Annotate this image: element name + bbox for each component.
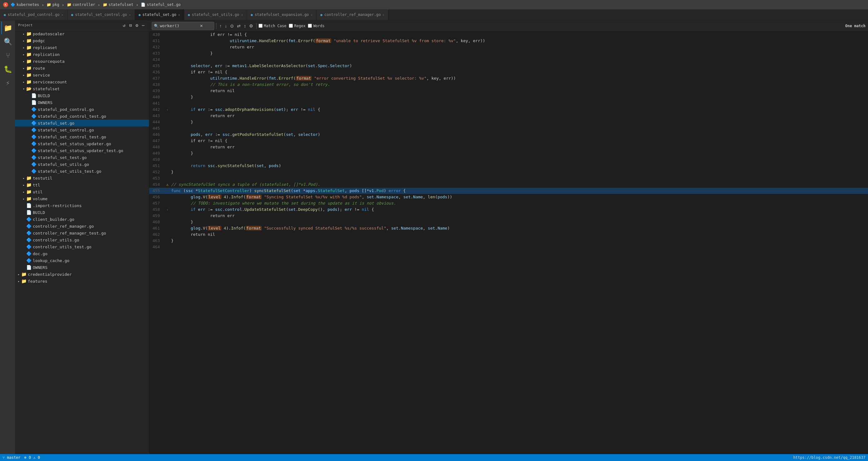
tree-item-stateful_set_status_updater_test_go[interactable]: 🔷 stateful_set_status_updater_test.go <box>15 147 149 154</box>
tree-arrow: ▸ <box>21 66 26 70</box>
fold-button[interactable]: ⚠ <box>165 181 170 188</box>
tree-item-doc_go[interactable]: 🔷 doc.go <box>15 250 149 257</box>
search-prev-button[interactable]: ↑ <box>218 23 223 29</box>
tree-item-testutil[interactable]: ▸ 📁 testutil <box>15 175 149 181</box>
fold-button[interactable]: › <box>165 207 170 213</box>
tree-item-stateful_set_test_go[interactable]: 🔷 stateful_set_test.go <box>15 154 149 161</box>
tab-stateful_set[interactable]: ●stateful_set.go✕ <box>135 9 184 20</box>
code-line-445: 445 <box>149 125 868 131</box>
tree-item-util[interactable]: ▸ 📁 util <box>15 188 149 195</box>
item-name: .import-restrictions <box>33 203 82 208</box>
tree-item-OWNERS2[interactable]: 📄 OWNERS <box>15 264 149 271</box>
tree-item-resourcequota[interactable]: ▸ 📁 resourcequota <box>15 58 149 65</box>
code-content: func (ssc *StatefulSetController) syncSt… <box>170 188 868 194</box>
search-input[interactable] <box>160 24 197 28</box>
tree-item-BUILD[interactable]: 📄 BUILD <box>15 92 149 99</box>
line-number: 434 <box>149 57 165 63</box>
sidebar-settings-icon[interactable]: ⚙ <box>134 22 139 28</box>
code-lines: 430 if err != nil {431 utilruntime.Handl… <box>149 32 868 454</box>
tab-stateful_pod_control[interactable]: ●stateful_pod_control.go✕ <box>0 9 67 20</box>
tab-close-icon[interactable]: ✕ <box>241 13 243 17</box>
tree-item-client_builder_go[interactable]: 🔷 client_builder.go <box>15 216 149 223</box>
tab-stateful_set_control[interactable]: ●stateful_set_control.go✕ <box>67 9 135 20</box>
tab-statefulset_expansion[interactable]: ●statefulset_expansion.go✕ <box>247 9 317 20</box>
tree-item-statefulset[interactable]: ▾ 📂 statefulset <box>15 85 149 92</box>
activity-debug[interactable]: 🐛 <box>1 63 14 75</box>
breadcrumb-controller[interactable]: 📁 controller <box>67 2 95 7</box>
item-name: controller_ref_manager_test.go <box>33 231 106 236</box>
words-option[interactable]: Words <box>308 24 324 28</box>
tree-item-volume[interactable]: ▸ 📁 volume <box>15 195 149 202</box>
activity-search[interactable]: 🔍 <box>1 35 14 48</box>
tree-item-serviceaccount[interactable]: ▸ 📁 serviceaccount <box>15 79 149 85</box>
breadcrumb-file[interactable]: 📄 stateful_set.go <box>141 2 181 7</box>
search-next-button[interactable]: ↓ <box>223 23 228 29</box>
tree-item-lookup_cache_go[interactable]: 🔷 lookup_cache.go <box>15 257 149 264</box>
breadcrumb-kubernetes[interactable]: 🔷 kubernetes <box>11 2 39 7</box>
tree-item-controller_utils_go[interactable]: 🔷 controller_utils.go <box>15 237 149 243</box>
breadcrumb-statefulset[interactable]: 📁 statefulset <box>103 2 133 7</box>
sidebar-more-icon[interactable]: ⋯ <box>141 22 146 28</box>
tree-item-service[interactable]: ▸ 📁 service <box>15 71 149 79</box>
tree-item-route[interactable]: ▸ 📁 route <box>15 65 149 71</box>
tree-item-stateful_set_control_test_go[interactable]: 🔷 stateful_set_control_test.go <box>15 133 149 140</box>
tree-item-stateful_pod_control_test_go[interactable]: 🔷 stateful_pod_control_test.go <box>15 113 149 120</box>
sidebar-collapse-icon[interactable]: ⊟ <box>128 22 133 28</box>
activity-extensions[interactable]: ⚡ <box>1 76 14 89</box>
sidebar-refresh-icon[interactable]: ↺ <box>121 22 126 28</box>
item-name: features <box>28 279 48 284</box>
tree-item-replicaset[interactable]: ▸ 📁 replicaset <box>15 44 149 51</box>
item-icon: 📁 <box>26 45 32 50</box>
code-content: } <box>170 94 868 100</box>
tree-item-podautoscaler[interactable]: ▸ 📁 podautoscaler <box>15 30 149 37</box>
editor-area: 🔍 ✕ ↑ ↓ ⊙ ⇄ ↕ ⚙ Match Case Regex <box>149 20 868 454</box>
tree-item-stateful_pod_control_go[interactable]: 🔷 stateful_pod_control.go <box>15 106 149 113</box>
search-multiline-button[interactable]: ↕ <box>243 23 247 29</box>
search-gear-button[interactable]: ⚙ <box>248 23 254 29</box>
tab-stateful_set_utils[interactable]: ●stateful_set_utils.go✕ <box>184 9 247 20</box>
tree-item-credentialprovider[interactable]: ▸ 📁 credentialprovider <box>15 271 149 278</box>
tree-item-BUILD2[interactable]: 📄 BUILD <box>15 209 149 216</box>
statusbar-errors: ⊗ 0 ⚠ 0 <box>24 455 40 460</box>
search-replace-button[interactable]: ⇄ <box>236 23 242 29</box>
tree-item-controller_utils_test_go[interactable]: 🔷 controller_utils_test.go <box>15 243 149 250</box>
tree-item-ttl[interactable]: ▸ 📁 ttl <box>15 181 149 188</box>
tree-item-stateful_set_utils_test_go[interactable]: 🔷 stateful_set_utils_test.go <box>15 168 149 175</box>
line-number: 444 <box>149 119 165 125</box>
code-line-432: 432 return err <box>149 44 868 50</box>
tree-item-stateful_set_control_go[interactable]: 🔷 stateful_set_control.go <box>15 126 149 133</box>
activity-git[interactable]: ⑂ <box>1 49 14 62</box>
tree-item-import_restrictions[interactable]: 📄 .import-restrictions <box>15 202 149 209</box>
regex-option[interactable]: Regex <box>289 24 305 28</box>
tree-item-stateful_set_go[interactable]: 🔷 stateful_set.go <box>15 120 149 126</box>
item-icon: 🔷 <box>26 224 32 228</box>
tree-item-features[interactable]: ▸ 📁 features <box>15 278 149 284</box>
tree-item-OWNERS[interactable]: 📄 OWNERS <box>15 99 149 106</box>
tab-close-icon[interactable]: ✕ <box>382 13 384 17</box>
code-line-454: 454⚠// syncStatefulSet syncs a tuple of … <box>149 181 868 188</box>
activity-explorer[interactable]: 📁 <box>1 22 14 34</box>
item-icon: 🔷 <box>26 230 32 236</box>
tree-item-stateful_set_status_updater_go[interactable]: 🔷 stateful_set_status_updater.go <box>15 140 149 147</box>
tree-item-controller_ref_manager_go[interactable]: 🔷 controller_ref_manager.go <box>15 223 149 229</box>
tab-controller_ref_manager[interactable]: ●controller_ref_manager.go✕ <box>317 9 389 20</box>
tree-item-podgc[interactable]: ▸ 📁 podgc <box>15 37 149 44</box>
search-input-wrap: 🔍 ✕ <box>152 22 214 30</box>
line-number: 453 <box>149 175 165 181</box>
match-case-option[interactable]: Match Case <box>258 24 286 28</box>
tab-close-icon[interactable]: ✕ <box>178 13 180 17</box>
breadcrumb-pkg[interactable]: 📁 pkg <box>46 2 59 7</box>
search-open-button[interactable]: ⊙ <box>229 23 235 29</box>
item-name: BUILD <box>38 93 50 98</box>
tree-item-stateful_set_utils_go[interactable]: 🔷 stateful_set_utils.go <box>15 161 149 168</box>
search-clear-button[interactable]: ✕ <box>198 23 204 29</box>
code-editor[interactable]: 430 if err != nil {431 utilruntime.Handl… <box>149 32 868 454</box>
fold-button[interactable]: › <box>165 106 170 113</box>
tab-close-icon[interactable]: ✕ <box>311 13 313 17</box>
statusbar-branch: ⑂ master <box>2 455 21 460</box>
tree-item-replication[interactable]: ▸ 📁 replication <box>15 51 149 58</box>
code-line-452: 452} <box>149 169 868 175</box>
tab-close-icon[interactable]: ✕ <box>62 13 63 17</box>
tab-close-icon[interactable]: ✕ <box>129 13 131 17</box>
tree-item-controller_ref_manager_test_go[interactable]: 🔷 controller_ref_manager_test.go <box>15 229 149 237</box>
